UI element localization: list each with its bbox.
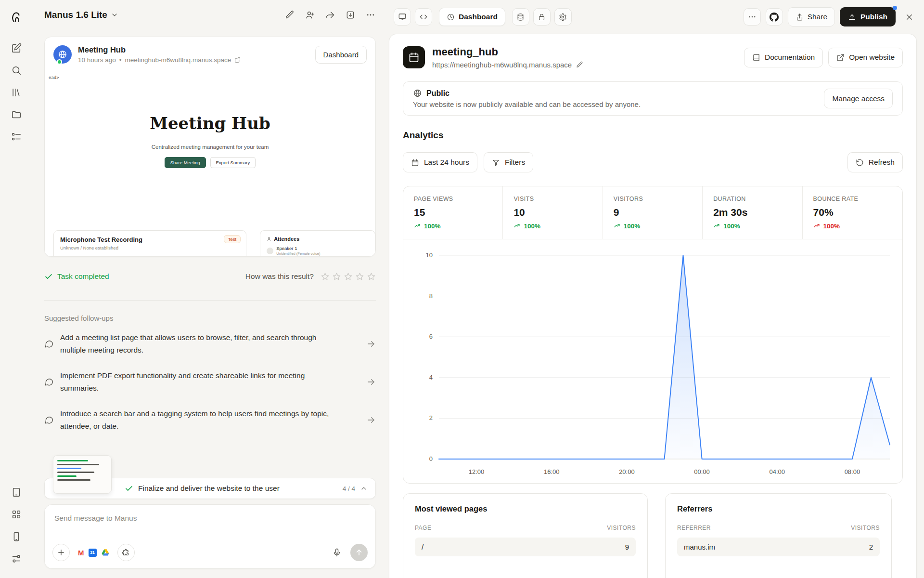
puzzle-icon <box>122 549 130 557</box>
database-icon <box>516 13 525 21</box>
tab-dashboard[interactable]: Dashboard <box>439 8 505 26</box>
svg-text:0: 0 <box>429 455 433 462</box>
send-button[interactable] <box>350 544 368 561</box>
stat-bounce-rate: BOUNCE RATE 70% 100% <box>803 186 902 239</box>
notification-dot <box>893 6 897 10</box>
preview-share-meeting-button[interactable]: Share Meeting <box>165 157 206 168</box>
apps-grid-icon[interactable] <box>7 505 26 524</box>
svg-text:4: 4 <box>429 374 433 381</box>
secrets-button[interactable] <box>533 8 551 26</box>
more-icon[interactable] <box>365 10 376 20</box>
star-icon[interactable] <box>332 272 341 281</box>
search-icon[interactable] <box>7 61 26 80</box>
rating-block: How was this result? <box>245 272 376 281</box>
analytics-card: PAGE VIEWS 15 100% VISITS 10 100% VISITO… <box>403 186 903 484</box>
site-avatar <box>53 45 72 64</box>
settings-sliders-icon[interactable] <box>7 549 26 568</box>
followup-item[interactable]: Introduce a search bar and a tagging sys… <box>44 401 376 439</box>
google-calendar-icon[interactable]: 31 <box>89 549 97 557</box>
calendar-logo-icon <box>408 52 420 63</box>
close-icon[interactable] <box>901 9 917 25</box>
speaker-avatar <box>267 248 273 254</box>
google-drive-icon[interactable] <box>101 548 110 557</box>
dashboard-button[interactable]: Dashboard <box>315 46 367 64</box>
github-button[interactable] <box>766 8 783 26</box>
attach-button[interactable] <box>52 544 70 561</box>
manage-access-button[interactable]: Manage access <box>824 89 893 108</box>
date-range-button[interactable]: Last 24 hours <box>403 152 477 172</box>
edit-icon[interactable] <box>284 10 295 20</box>
phone-icon[interactable] <box>7 527 26 546</box>
share-icon <box>796 13 804 21</box>
session-title-dropdown[interactable]: Manus 1.6 Lite <box>44 10 118 20</box>
analytics-controls: Last 24 hours Filters Refresh <box>403 152 903 172</box>
share-button[interactable]: Share <box>788 7 835 26</box>
trend-up-icon <box>513 223 521 230</box>
open-website-button[interactable]: Open website <box>828 48 903 67</box>
invite-user-icon[interactable] <box>305 10 315 20</box>
chevron-down-icon <box>111 11 118 19</box>
deliverable-url[interactable]: meetinghub-m6wu8lnq.manus.space <box>125 56 231 64</box>
most-viewed-header: PAGE VISITORS <box>415 525 636 531</box>
preview-export-summary-button[interactable]: Export Summary <box>210 157 256 168</box>
star-icon[interactable] <box>355 272 364 281</box>
documentation-button[interactable]: Documentation <box>744 48 823 67</box>
svg-text:16:00: 16:00 <box>544 468 560 475</box>
star-rating[interactable] <box>321 272 376 281</box>
test-badge: Test <box>224 235 241 243</box>
filters-button[interactable]: Filters <box>484 152 533 172</box>
check-icon <box>44 272 53 281</box>
external-link-icon <box>234 57 241 63</box>
deliverable-card-header[interactable]: Meeting Hub 10 hours ago • meetinghub-m6… <box>45 37 375 72</box>
followup-item[interactable]: Add a meeting list page that allows user… <box>44 325 376 363</box>
chat-header-actions <box>284 10 376 20</box>
website-preview[interactable]: ead> Meeting Hub Centralized meeting man… <box>45 72 375 256</box>
access-info: Public Your website is now publicly avai… <box>413 89 641 108</box>
site-settings-button[interactable] <box>554 8 572 26</box>
gmail-icon[interactable]: M <box>78 549 84 557</box>
workspace-pane: Dashboard Share Publish <box>385 0 924 578</box>
stray-code-text: ead> <box>49 75 59 80</box>
star-icon[interactable] <box>344 272 353 281</box>
table-row[interactable]: manus.im 2 <box>677 538 880 556</box>
star-icon[interactable] <box>321 272 330 281</box>
svg-text:12:00: 12:00 <box>469 468 485 475</box>
connectors-button[interactable] <box>117 544 135 561</box>
followup-item[interactable]: Implement PDF export functionality and c… <box>44 363 376 401</box>
save-session-icon[interactable] <box>345 10 356 20</box>
calendar-icon <box>411 158 419 167</box>
library-icon[interactable] <box>7 83 26 102</box>
code-mode-button[interactable] <box>415 8 432 26</box>
manus-logo-icon[interactable] <box>7 8 26 27</box>
folder-icon[interactable] <box>7 105 26 124</box>
referrer-visitors: 2 <box>869 543 873 551</box>
stats-row: PAGE VIEWS 15 100% VISITS 10 100% VISITO… <box>403 186 902 239</box>
preview-tagline: Centralized meeting management for your … <box>45 144 375 150</box>
chevron-up-icon[interactable] <box>360 485 368 492</box>
refresh-button[interactable]: Refresh <box>847 152 903 172</box>
task-completed-label: Task completed <box>57 272 109 281</box>
attendees-card: Attendees Speaker 1 Unidentified (Female… <box>260 230 375 256</box>
attendees-card-title: Attendees <box>267 236 369 242</box>
lock-icon <box>538 13 546 21</box>
tablet-icon[interactable] <box>7 483 26 502</box>
publish-button[interactable]: Publish <box>840 7 896 26</box>
star-icon[interactable] <box>367 272 376 281</box>
preview-site-title: Meeting Hub <box>45 114 375 133</box>
terminal-thumbnail[interactable] <box>53 455 112 494</box>
message-input[interactable] <box>45 505 375 523</box>
edit-url-icon[interactable] <box>576 61 583 68</box>
message-composer[interactable]: M 31 <box>44 504 376 569</box>
new-task-icon[interactable] <box>7 39 26 58</box>
database-button[interactable] <box>512 8 529 26</box>
site-titles: meeting_hub https://meetinghub-m6wu8lnq.… <box>432 46 583 69</box>
more-icon <box>748 13 757 21</box>
referrer-name: manus.im <box>684 543 715 551</box>
tasks-icon[interactable] <box>7 127 26 146</box>
mic-icon[interactable] <box>331 546 343 559</box>
share-forward-icon[interactable] <box>325 10 335 20</box>
site-url[interactable]: https://meetinghub-m6wu8lnq.manus.space <box>432 61 572 69</box>
table-row[interactable]: / 9 <box>415 538 636 556</box>
preview-mode-button[interactable] <box>394 8 411 26</box>
more-options-button[interactable] <box>744 8 761 26</box>
